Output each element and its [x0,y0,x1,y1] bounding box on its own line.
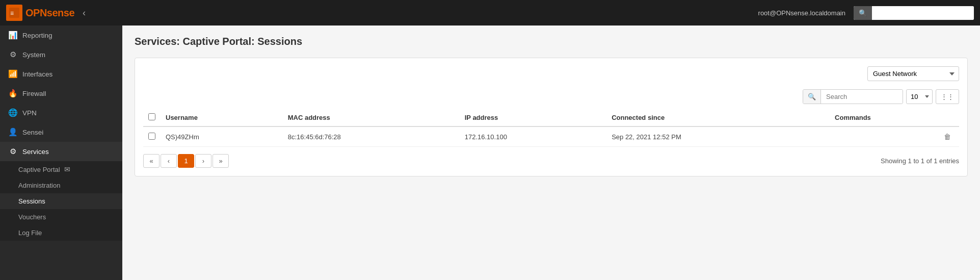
sidebar-sub-vouchers[interactable]: Vouchers [0,209,122,225]
sidebar-item-services[interactable]: ⚙ Services [0,142,122,161]
sidebar-item-services-label: Services [22,148,49,156]
select-all-checkbox[interactable] [148,113,155,120]
sidebar-item-sensei[interactable]: 👤 Sensei [0,122,122,142]
interfaces-icon: 📶 [8,69,17,79]
table-header-row: Username MAC address IP address Connecte… [143,109,959,126]
sidebar-sub-administration[interactable]: Administration [0,177,122,193]
search-button[interactable]: 🔍 [803,90,821,104]
sidebar-item-system[interactable]: ⚙ System [0,45,122,64]
reporting-icon: 📊 [8,31,17,40]
navbar: ≡ OPNsense ‹ root@OPNsense.localdomain 🔍 [0,0,980,26]
search-box: 🔍 [803,89,903,104]
row-connected: Sep 22, 2021 12:52 PM [606,126,830,147]
navbar-search: 🔍 [854,6,974,20]
col-mac: MAC address [283,109,460,126]
captive-portal-label: Captive Portal [18,166,60,173]
row-checkbox[interactable] [148,133,155,140]
administration-label: Administration [18,182,60,189]
sidebar-item-reporting-label: Reporting [22,32,52,39]
vpn-icon: 🌐 [8,108,17,117]
logo-icon: ≡ [6,5,22,21]
prev-page-button[interactable]: ‹ [161,154,177,168]
navbar-search-input[interactable] [872,6,974,20]
controls-row: 🔍 10 25 50 100 ⋮⋮ [143,89,959,104]
sidebar-item-vpn-label: VPN [22,109,37,117]
log-file-label: Log File [18,229,42,237]
sidebar-toggle-button[interactable]: ‹ [78,6,90,20]
table-header: Username MAC address IP address Connecte… [143,109,959,126]
delete-session-button[interactable]: 🗑 [941,131,954,142]
main-content: Services: Captive Portal: Sessions Guest… [122,26,980,280]
row-ip: 172.16.10.100 [460,126,606,147]
table-row: QS)49ZHm 8c:16:45:6d:76:28 172.16.10.100… [143,126,959,147]
row-username: QS)49ZHm [161,126,283,147]
system-icon: ⚙ [8,50,17,59]
layout: 📊 Reporting ⚙ System 📶 Interfaces 🔥 Fire… [0,26,980,280]
sidebar-item-reporting[interactable]: 📊 Reporting [0,26,122,45]
logo-sense: sense [47,7,74,18]
col-checkbox [143,109,161,126]
pagination: « ‹ 1 › » [143,154,229,168]
showing-entries: Showing 1 to 1 of 1 entries [881,157,959,165]
pagination-row: « ‹ 1 › » Showing 1 to 1 of 1 entries [143,154,959,168]
sidebar-item-firewall-label: Firewall [22,90,46,97]
sidebar-item-interfaces-label: Interfaces [22,70,52,78]
current-page-button[interactable]: 1 [178,154,194,168]
logo-text: OPNsense [25,7,74,19]
col-connected: Connected since [606,109,830,126]
sidebar-sub-sessions[interactable]: Sessions [0,193,122,209]
sidebar-item-system-label: System [22,51,45,59]
logo-opn: OPN [25,7,47,18]
sessions-label: Sessions [18,197,45,205]
sensei-icon: 👤 [8,128,17,137]
sidebar-sub-log-file[interactable]: Log File [0,225,122,241]
col-commands: Commands [830,109,959,126]
captive-portal-icon: ✉ [64,165,70,173]
sidebar-sub-captive-portal[interactable]: Captive Portal ✉ [0,161,122,177]
svg-text:≡: ≡ [10,10,14,17]
sidebar-item-sensei-label: Sensei [22,129,43,136]
network-dropdown[interactable]: Guest Network [867,66,959,81]
sidebar-sub-services: Captive Portal ✉ Administration Sessions… [0,161,122,241]
firewall-icon: 🔥 [8,89,17,98]
col-username: Username [161,109,283,126]
row-mac: 8c:16:45:6d:76:28 [283,126,460,147]
sidebar-item-firewall[interactable]: 🔥 Firewall [0,84,122,103]
sidebar: 📊 Reporting ⚙ System 📶 Interfaces 🔥 Fire… [0,26,122,280]
search-input[interactable] [821,90,903,104]
services-icon: ⚙ [8,147,17,156]
sidebar-item-vpn[interactable]: 🌐 VPN [0,103,122,122]
columns-icon: ⋮⋮ [941,93,954,100]
next-page-button[interactable]: › [195,154,211,168]
row-checkbox-cell [143,126,161,147]
sessions-card: Guest Network 🔍 10 25 50 100 ⋮⋮ [135,58,968,176]
page-title: Services: Captive Portal: Sessions [135,36,968,47]
per-page-select[interactable]: 10 25 50 100 [906,89,933,104]
columns-button[interactable]: ⋮⋮ [936,89,959,104]
navbar-search-button[interactable]: 🔍 [854,6,872,20]
vouchers-label: Vouchers [18,213,46,221]
first-page-button[interactable]: « [143,154,160,168]
table-body: QS)49ZHm 8c:16:45:6d:76:28 172.16.10.100… [143,126,959,147]
sessions-table: Username MAC address IP address Connecte… [143,109,959,147]
network-dropdown-row: Guest Network [143,66,959,81]
row-commands: 🗑 [830,126,959,147]
sidebar-item-interfaces[interactable]: 📶 Interfaces [0,64,122,84]
navbar-user: root@OPNsense.localdomain [758,9,845,17]
logo: ≡ OPNsense [6,5,74,21]
col-ip: IP address [460,109,606,126]
last-page-button[interactable]: » [213,154,229,168]
